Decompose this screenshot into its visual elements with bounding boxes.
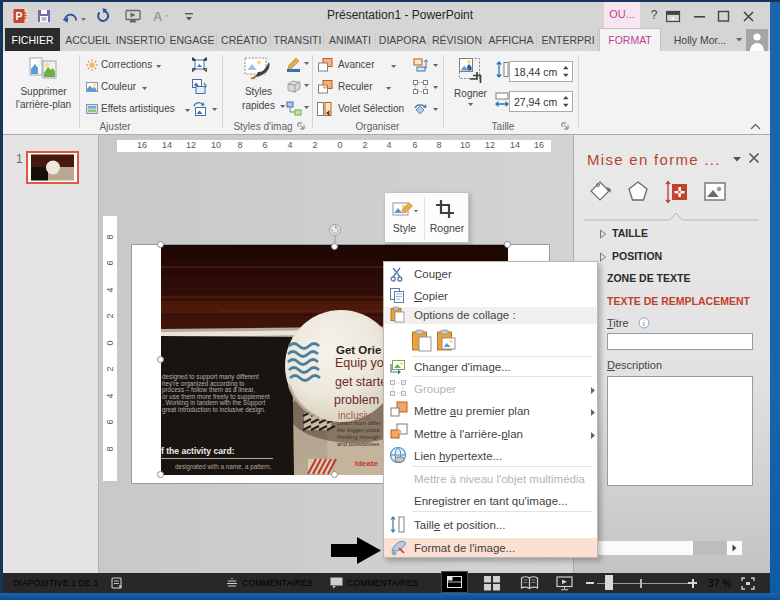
svg-text:inclusiv: inclusiv: [338, 410, 371, 421]
svg-text:great introduction to inclusiv: great introduction to inclusive design.: [162, 406, 266, 414]
svg-text:designated with a name, a patt: designated with a name, a pattern,: [175, 463, 272, 471]
svg-text:problem s: problem s: [334, 393, 389, 407]
svg-text:A: A: [153, 9, 163, 24]
svg-text:thinking through: thinking through: [337, 434, 380, 440]
svg-text:and possibilities: and possibilities: [337, 441, 379, 447]
svg-text:the bigger pictur: the bigger pictur: [337, 427, 380, 433]
svg-text:f the activity card:: f the activity card:: [161, 446, 235, 456]
svg-text:Ideate: Ideate: [355, 459, 379, 468]
svg-text:P: P: [16, 10, 23, 22]
svg-text:Get Orie: Get Orie: [336, 344, 381, 356]
